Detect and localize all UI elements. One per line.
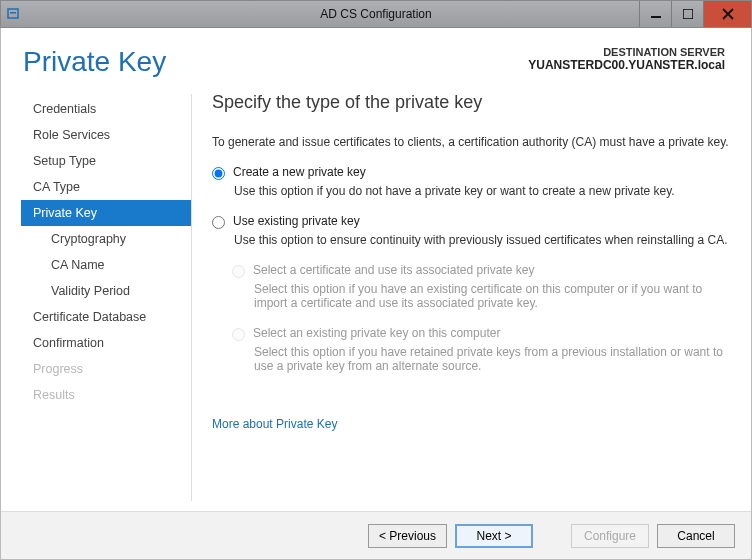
option-create-new[interactable]: Create a new private key: [212, 165, 733, 180]
sidebar-item-validity-period[interactable]: Validity Period: [21, 278, 191, 304]
header: Private Key DESTINATION SERVER YUANSTERD…: [1, 28, 751, 78]
radio-select-key-label: Select an existing private key on this c…: [253, 326, 500, 340]
sidebar-item-cryptography[interactable]: Cryptography: [21, 226, 191, 252]
radio-use-existing-label: Use existing private key: [233, 214, 360, 228]
sidebar-item-progress: Progress: [21, 356, 191, 382]
window-controls: [639, 1, 751, 27]
sidebar-item-ca-type[interactable]: CA Type: [21, 174, 191, 200]
page-title: Private Key: [23, 46, 166, 78]
next-button[interactable]: Next >: [455, 524, 533, 548]
radio-create-new-label: Create a new private key: [233, 165, 366, 179]
more-link[interactable]: More about Private Key: [212, 417, 337, 431]
sidebar-item-private-key[interactable]: Private Key: [21, 200, 191, 226]
sidebar-item-results: Results: [21, 382, 191, 408]
svg-rect-3: [683, 9, 693, 19]
radio-create-new-desc: Use this option if you do not have a pri…: [234, 184, 733, 198]
window-title: AD CS Configuration: [320, 7, 431, 21]
cancel-button[interactable]: Cancel: [657, 524, 735, 548]
titlebar: AD CS Configuration: [0, 0, 752, 28]
radio-select-cert: [232, 265, 245, 278]
configure-button: Configure: [571, 524, 649, 548]
previous-button[interactable]: < Previous: [368, 524, 447, 548]
app-icon: [5, 5, 23, 23]
radio-use-existing-desc: Use this option to ensure continuity wit…: [234, 233, 733, 247]
destination-server: YUANSTERDC00.YUANSTER.local: [528, 58, 725, 72]
suboption-select-cert: Select a certificate and use its associa…: [232, 263, 733, 278]
radio-select-key: [232, 328, 245, 341]
sidebar-item-ca-name[interactable]: CA Name: [21, 252, 191, 278]
suboption-select-key: Select an existing private key on this c…: [232, 326, 733, 341]
radio-create-new[interactable]: [212, 167, 225, 180]
sidebar-item-certificate-database[interactable]: Certificate Database: [21, 304, 191, 330]
sidebar-item-confirmation[interactable]: Confirmation: [21, 330, 191, 356]
maximize-button[interactable]: [671, 1, 703, 27]
intro-text: To generate and issue certificates to cl…: [212, 135, 733, 149]
minimize-button[interactable]: [639, 1, 671, 27]
radio-use-existing[interactable]: [212, 216, 225, 229]
sidebar-item-setup-type[interactable]: Setup Type: [21, 148, 191, 174]
svg-rect-2: [651, 16, 661, 18]
sidebar-item-credentials[interactable]: Credentials: [21, 96, 191, 122]
main-panel: Specify the type of the private key To g…: [192, 88, 745, 511]
radio-select-cert-label: Select a certificate and use its associa…: [253, 263, 534, 277]
sidebar: CredentialsRole ServicesSetup TypeCA Typ…: [21, 88, 191, 511]
sidebar-item-role-services[interactable]: Role Services: [21, 122, 191, 148]
close-button[interactable]: [703, 1, 751, 27]
destination-label: DESTINATION SERVER: [528, 46, 725, 58]
main-heading: Specify the type of the private key: [212, 92, 733, 113]
radio-select-key-desc: Select this option if you have retained …: [254, 345, 733, 373]
footer: < Previous Next > Configure Cancel: [1, 511, 751, 559]
radio-select-cert-desc: Select this option if you have an existi…: [254, 282, 733, 310]
option-use-existing[interactable]: Use existing private key: [212, 214, 733, 229]
svg-rect-1: [10, 12, 16, 14]
